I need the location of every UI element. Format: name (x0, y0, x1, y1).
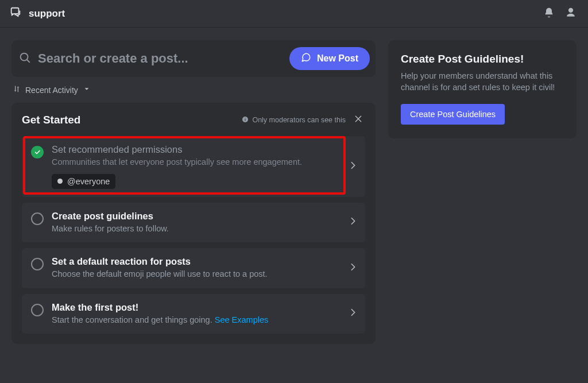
search-input[interactable] (38, 51, 280, 66)
new-post-icon (301, 52, 311, 65)
forum-left-column: New Post Recent Activity Get Started (11, 40, 376, 383)
new-post-label: New Post (317, 53, 358, 64)
step-set-permissions[interactable]: Set recommended permissions Communities … (22, 136, 365, 197)
step-title: Make the first post! (52, 302, 342, 313)
role-chip-everyone: @everyone (52, 174, 115, 189)
check-complete-icon (31, 146, 44, 158)
notifications-icon[interactable] (543, 7, 555, 21)
step-desc-text: Start the conversation and get things go… (52, 315, 215, 324)
chevron-right-icon (350, 161, 356, 172)
step-list: Set recommended permissions Communities … (22, 136, 365, 334)
search-area[interactable] (18, 51, 280, 66)
step-desc: Choose the default emoji people will use… (52, 269, 342, 280)
moderator-note-text: Only moderators can see this (252, 116, 346, 124)
chevron-right-icon (350, 263, 356, 273)
svg-line-1 (27, 60, 30, 63)
check-empty-icon (31, 258, 44, 270)
moderator-only-note: Only moderators can see this (242, 116, 346, 125)
role-dot-icon (57, 179, 63, 184)
chevron-right-icon (350, 217, 356, 227)
guidelines-card-desc: Help your members understand what this c… (401, 70, 564, 94)
search-icon (18, 51, 31, 66)
role-chip-label: @everyone (67, 177, 110, 186)
create-guidelines-button[interactable]: Create Post Guidelines (401, 104, 505, 125)
new-post-button[interactable]: New Post (289, 47, 370, 70)
chevron-right-icon (350, 308, 356, 319)
main-content: New Post Recent Activity Get Started (0, 28, 588, 383)
step-first-post[interactable]: Make the first post! Start the conversat… (22, 294, 365, 334)
forum-channel-icon (9, 6, 22, 21)
chevron-down-icon (83, 85, 91, 95)
dismiss-panel-button[interactable] (351, 112, 365, 128)
get-started-panel: Get Started Only moderators can see this (11, 103, 376, 344)
guidelines-card-title: Create Post Guidelines! (401, 53, 564, 65)
panel-title: Get Started (22, 114, 80, 126)
step-title: Set recommended permissions (52, 144, 342, 155)
svg-rect-3 (245, 119, 246, 121)
search-create-bar: New Post (11, 40, 376, 77)
forum-right-column: Create Post Guidelines! Help your member… (388, 40, 577, 383)
step-desc: Communities that let everyone post typic… (52, 157, 342, 168)
channel-title: support (29, 8, 65, 20)
sort-icon (13, 85, 21, 95)
step-default-reaction[interactable]: Set a default reaction for posts Choose … (22, 248, 365, 288)
topbar-actions-group (543, 7, 579, 21)
sort-label: Recent Activity (25, 86, 78, 95)
members-icon[interactable] (565, 7, 577, 21)
step-desc: Start the conversation and get things go… (52, 315, 342, 326)
svg-rect-4 (245, 118, 246, 118)
sort-selector[interactable]: Recent Activity (11, 85, 376, 95)
step-create-guidelines[interactable]: Create post guidelines Make rules for po… (22, 203, 365, 243)
check-empty-icon (31, 212, 44, 225)
check-empty-icon (31, 304, 44, 316)
info-icon (242, 116, 249, 125)
step-title: Create post guidelines (52, 211, 342, 222)
guidelines-card: Create Post Guidelines! Help your member… (388, 40, 577, 138)
step-title: Set a default reaction for posts (52, 256, 342, 267)
see-examples-link[interactable]: See Examples (215, 315, 269, 324)
topbar: support (0, 0, 588, 28)
panel-header: Get Started Only moderators can see this (22, 112, 365, 128)
step-desc: Make rules for posters to follow. (52, 223, 342, 235)
